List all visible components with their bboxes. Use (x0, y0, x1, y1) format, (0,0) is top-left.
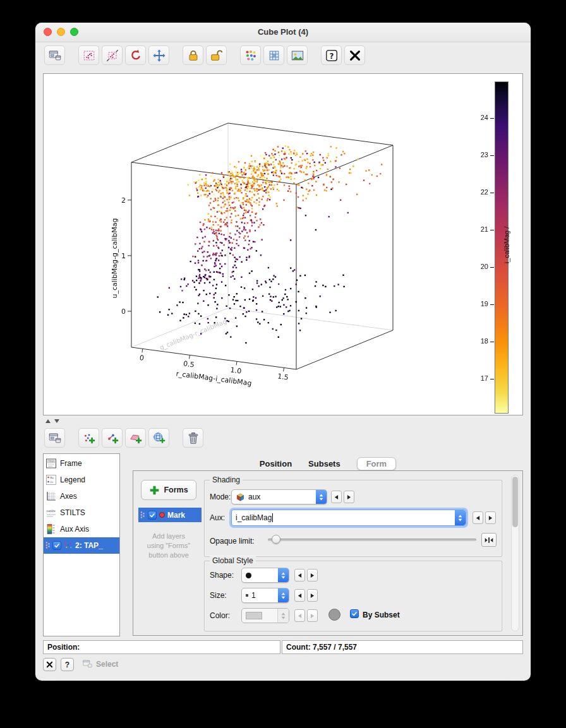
aux-shader-icon (244, 49, 258, 63)
cube-plot-canvas[interactable] (44, 74, 486, 415)
tree-item-2-tap[interactable]: 2: TAP_ (44, 537, 119, 554)
svg-text:>stilts: >stilts (46, 510, 56, 513)
hint-line: Add layers (138, 532, 199, 541)
aux-input[interactable]: i_calibMag (231, 510, 466, 526)
tree-item-frame[interactable]: TITLEFrame (44, 455, 119, 472)
colorbar-tick-mark (490, 304, 494, 305)
window-icon (82, 659, 93, 669)
rescale-x-button[interactable] (78, 45, 99, 65)
sketch-button[interactable] (263, 45, 284, 65)
tab-form[interactable]: Form (357, 457, 397, 470)
add-pair-layer-button[interactable] (102, 428, 123, 448)
collapse-down-icon[interactable] (54, 419, 59, 423)
clear-selection-button[interactable] (43, 658, 56, 671)
mode-next-button[interactable] (344, 491, 354, 503)
footer-help-button[interactable]: ? (61, 658, 74, 671)
position-readout: Position: (43, 640, 280, 654)
shape-select[interactable] (241, 568, 289, 583)
size-prev-button[interactable] (294, 589, 305, 602)
plot-panel: 2423222120191817 i_calibMag / (43, 73, 523, 415)
aux-shader-button[interactable] (240, 45, 261, 65)
colorbar-tick-mark (490, 230, 494, 230)
stilts-icon: >stilts (45, 507, 57, 518)
collapse-up-icon[interactable] (45, 419, 51, 423)
window-button[interactable] (44, 45, 65, 65)
window-title: Cube Plot (4) (35, 23, 531, 42)
color-preview-button[interactable] (328, 609, 340, 621)
lock-axes-button[interactable] (183, 45, 203, 65)
layer-visibility-checkbox[interactable] (52, 541, 61, 550)
small-dot-icon (246, 594, 248, 597)
slider-track[interactable] (268, 539, 476, 541)
rescale-y-button[interactable] (102, 45, 123, 65)
add-position-layer-button[interactable] (78, 428, 99, 448)
opaque-limit-adjust-button[interactable] (481, 533, 497, 547)
layer-label: Mark (167, 511, 185, 520)
colorbar-tick-label: 17 (471, 374, 488, 382)
add-sky-layer-button[interactable] (148, 428, 169, 448)
window-button[interactable] (44, 428, 65, 448)
aux-mode-icon (236, 492, 245, 502)
frame-icon: TITLE (45, 458, 57, 469)
scrollbar-thumb[interactable] (512, 477, 518, 527)
replot-button[interactable] (125, 45, 146, 65)
form-scrollbar[interactable] (511, 475, 519, 631)
layer-visibility-checkbox[interactable] (148, 511, 157, 520)
unlock-icon (210, 49, 224, 63)
size-next-button[interactable] (307, 589, 318, 602)
color-swatch (246, 612, 262, 619)
delete-layer-button[interactable] (183, 428, 203, 448)
colorbar-tick-label: 18 (471, 337, 488, 345)
tree-item-label: 2: TAP_ (75, 541, 103, 550)
colorbar-axis-label: i_calibMag / (503, 194, 510, 295)
tree-item-stilts[interactable]: >stiltsSTILTS (44, 504, 119, 521)
by-subset-checkbox[interactable] (350, 609, 359, 618)
layer-handle-icon (140, 510, 145, 520)
rescale-y-icon (105, 49, 119, 63)
window-icon (48, 49, 62, 63)
replot-icon (129, 49, 143, 63)
help-button[interactable]: ? (321, 45, 342, 65)
splitter[interactable] (45, 419, 59, 423)
shape-label: Shape: (210, 571, 234, 580)
color-label: Color: (210, 611, 230, 620)
tree-item-axes[interactable]: Axes (44, 488, 119, 504)
opaque-limit-slider[interactable] (268, 535, 476, 545)
titlebar[interactable]: Cube Plot (4) (35, 23, 531, 42)
mode-prev-button[interactable] (331, 491, 342, 503)
global-style-group: Global Style Shape: Size: 1 Color: (204, 561, 502, 631)
tree-item-label: Legend (60, 475, 85, 484)
tab-subsets[interactable]: Subsets (308, 459, 340, 468)
layer-item-mark[interactable]: Mark (138, 508, 202, 522)
aux-next-button[interactable] (485, 511, 496, 524)
aux-prev-button[interactable] (473, 511, 483, 524)
tree-item-label: STILTS (60, 508, 85, 517)
global-style-group-title: Global Style (210, 556, 256, 565)
colorbar-tick-label: 23 (471, 151, 488, 158)
shape-next-button[interactable] (307, 569, 318, 582)
control-tree: TITLEFrameBaCcLegendAxes>stiltsSTILTSAux… (43, 453, 120, 636)
tree-item-legend[interactable]: BaCcLegend (44, 472, 119, 488)
mode-select[interactable]: aux (231, 489, 327, 504)
aux-value: i_calibMag (236, 513, 272, 522)
export-image-button[interactable] (287, 45, 308, 65)
colorbar-tick-label: 22 (471, 188, 488, 196)
navigate-button[interactable] (148, 45, 169, 65)
main-toolbar: ? (44, 45, 365, 65)
rescale-x-icon (82, 49, 96, 63)
tree-item-aux-axis[interactable]: Aux Axis (44, 521, 119, 537)
add-quad-layer-button[interactable] (125, 428, 146, 448)
shading-group-title: Shading (210, 475, 243, 484)
slider-knob[interactable] (272, 535, 280, 544)
unlock-axes-button[interactable] (206, 45, 227, 65)
close-button[interactable] (344, 45, 365, 65)
tab-position[interactable]: Position (260, 459, 292, 468)
by-subset-label: By Subset (363, 611, 400, 619)
text-caret (272, 513, 273, 522)
forms-button[interactable]: Forms (141, 480, 196, 500)
size-select[interactable]: 1 (241, 588, 289, 603)
window-icon (48, 431, 62, 445)
grid-icon (267, 49, 281, 63)
shape-prev-button[interactable] (294, 569, 305, 582)
select-toggle[interactable]: Select (82, 659, 118, 669)
